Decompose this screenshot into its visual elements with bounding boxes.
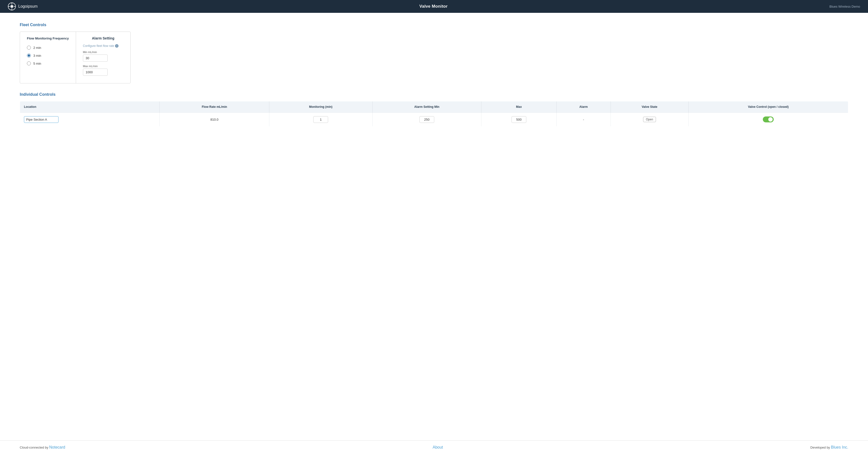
controls-table: Location Flow Rate mL/min Monitoring (mi… — [20, 101, 848, 127]
individual-controls-title: Individual Controls — [20, 92, 848, 97]
max-flow-input[interactable] — [83, 69, 107, 76]
app-header: Logoipsum Valve Monitor Blues Wireless D… — [0, 0, 868, 13]
frequency-panel: Flow Monitoring Frequency 2 min 3 min 5 … — [20, 32, 76, 83]
cell-valve-state: Open — [611, 112, 688, 126]
table-header: Location Flow Rate mL/min Monitoring (mi… — [20, 101, 848, 113]
table-row: 810.0 - Open — [20, 112, 848, 126]
frequency-option-2min[interactable]: 2 min — [27, 46, 69, 50]
min-field-label: Min mL/min — [83, 51, 123, 54]
alarm-panel-title: Alarm Setting — [83, 36, 123, 40]
monitoring-input[interactable] — [313, 116, 328, 123]
col-alarm: Alarm — [556, 101, 611, 113]
frequency-option-3min[interactable]: 3 min — [27, 54, 69, 58]
col-alarm-max: Max — [482, 101, 556, 113]
fleet-controls-panel: Flow Monitoring Frequency 2 min 3 min 5 … — [20, 32, 131, 84]
cell-location — [20, 112, 160, 126]
main-content: Fleet Controls Flow Monitoring Frequency… — [0, 13, 868, 441]
cell-monitoring — [269, 112, 372, 126]
toggle-slider — [763, 117, 774, 122]
frequency-radio-group: 2 min 3 min 5 min — [27, 46, 69, 65]
footer-cloud-text: Cloud-connected by — [20, 446, 49, 449]
cell-flow-rate: 810.0 — [160, 112, 269, 126]
footer-developed: Developed by Blues Inc. — [810, 445, 848, 450]
alarm-min-input[interactable] — [420, 116, 434, 123]
min-flow-input[interactable] — [83, 55, 107, 62]
frequency-radio-3min[interactable] — [27, 54, 31, 58]
individual-controls-section: Individual Controls Location Flow Rate m… — [20, 92, 848, 127]
page-footer: Cloud-connected by Notecard About Develo… — [0, 441, 868, 454]
fleet-controls-title: Fleet Controls — [20, 23, 848, 27]
alarm-panel: Alarm Setting Configure fleet flow rate … — [76, 32, 130, 83]
max-field-label: Max mL/min — [83, 65, 123, 68]
cell-alarm-min — [372, 112, 482, 126]
col-location: Location — [20, 101, 160, 113]
logo-container: Logoipsum — [8, 2, 37, 10]
cell-valve-control — [688, 112, 848, 126]
frequency-radio-5min[interactable] — [27, 61, 31, 65]
frequency-panel-title: Flow Monitoring Frequency — [27, 36, 69, 41]
footer-cloud: Cloud-connected by Notecard — [20, 445, 65, 450]
logo-text: Logoipsum — [18, 4, 37, 9]
info-icon: i — [115, 44, 119, 47]
frequency-label-3min: 3 min — [33, 54, 41, 58]
table-header-row: Location Flow Rate mL/min Monitoring (mi… — [20, 101, 848, 113]
cell-alarm-max — [482, 112, 556, 126]
header-brand: Blues Wireless Demo — [830, 5, 860, 8]
col-monitoring: Monitoring (min) — [269, 101, 372, 113]
min-field-group: Min mL/min — [83, 51, 123, 62]
frequency-label-5min: 5 min — [33, 62, 41, 65]
valve-state-badge: Open — [643, 117, 656, 122]
logo-icon — [8, 2, 16, 10]
about-link[interactable]: About — [433, 445, 443, 449]
alarm-max-input[interactable] — [512, 116, 526, 123]
footer-developed-text: Developed by — [810, 446, 831, 449]
page-title: Valve Monitor — [420, 4, 447, 9]
col-alarm-min: Alarm Setting Min — [372, 101, 482, 113]
col-valve-control: Valve Control (open / closed) — [688, 101, 848, 113]
valve-toggle[interactable] — [763, 117, 774, 122]
footer-about: About — [433, 445, 443, 450]
frequency-option-5min[interactable]: 5 min — [27, 61, 69, 65]
blues-link[interactable]: Blues Inc. — [831, 445, 848, 449]
svg-point-1 — [10, 5, 13, 8]
frequency-label-2min: 2 min — [33, 46, 41, 50]
max-field-group: Max mL/min — [83, 65, 123, 76]
table-body: 810.0 - Open — [20, 112, 848, 126]
location-input[interactable] — [24, 116, 59, 123]
col-flow-rate: Flow Rate mL/min — [160, 101, 269, 113]
col-valve-state: Valve State — [611, 101, 688, 113]
config-label: Configure fleet flow rate i — [83, 44, 123, 47]
frequency-radio-2min[interactable] — [27, 46, 31, 50]
notecard-link[interactable]: Notecard — [49, 445, 65, 449]
cell-alarm: - — [556, 112, 611, 126]
